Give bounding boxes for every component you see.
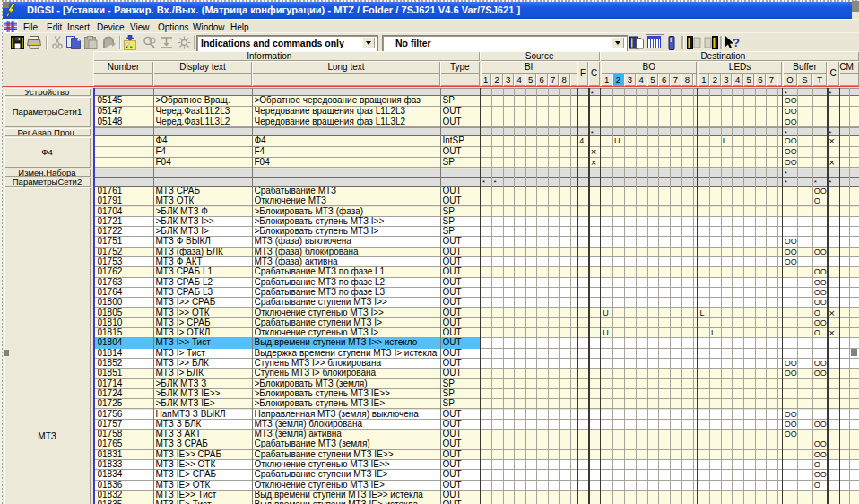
svg-text:?: ?	[733, 36, 740, 49]
